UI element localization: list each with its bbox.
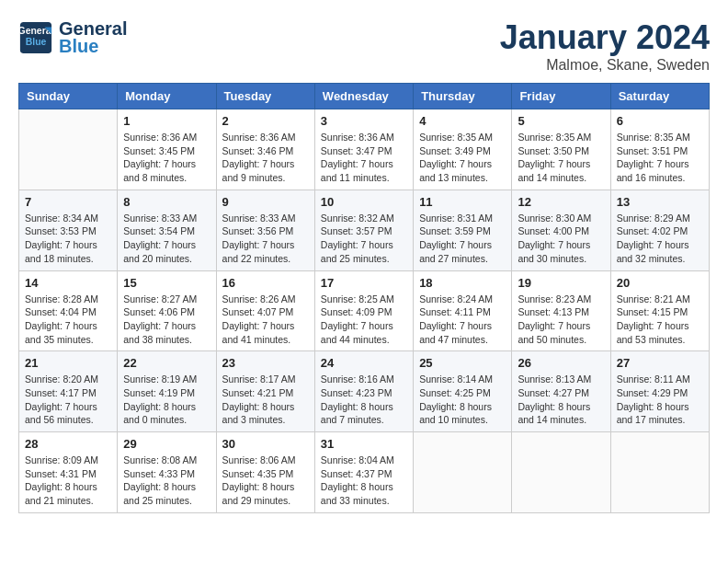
calendar-cell: 17Sunrise: 8:25 AMSunset: 4:09 PMDayligh… xyxy=(314,270,413,351)
day-number: 7 xyxy=(25,195,111,209)
calendar-cell: 3Sunrise: 8:36 AMSunset: 3:47 PMDaylight… xyxy=(314,109,413,190)
day-details: Sunrise: 8:19 AMSunset: 4:19 PMDaylight:… xyxy=(123,373,210,427)
day-details: Sunrise: 8:13 AMSunset: 4:27 PMDaylight:… xyxy=(518,373,604,427)
calendar-cell: 8Sunrise: 8:33 AMSunset: 3:54 PMDaylight… xyxy=(118,190,216,270)
day-details: Sunrise: 8:17 AMSunset: 4:21 PMDaylight:… xyxy=(222,373,309,427)
calendar-cell: 29Sunrise: 8:08 AMSunset: 4:33 PMDayligh… xyxy=(118,432,216,513)
weekday-header: Friday xyxy=(512,84,610,109)
day-number: 24 xyxy=(321,356,407,370)
day-number: 5 xyxy=(518,114,604,128)
day-details: Sunrise: 8:31 AMSunset: 3:59 PMDaylight:… xyxy=(419,212,506,266)
calendar-cell: 7Sunrise: 8:34 AMSunset: 3:53 PMDaylight… xyxy=(19,190,118,270)
logo: General Blue General Blue xyxy=(18,18,127,57)
day-number: 25 xyxy=(419,356,506,370)
calendar-cell: 4Sunrise: 8:35 AMSunset: 3:49 PMDaylight… xyxy=(414,109,512,190)
calendar-cell: 27Sunrise: 8:11 AMSunset: 4:29 PMDayligh… xyxy=(610,351,709,432)
day-details: Sunrise: 8:33 AMSunset: 3:56 PMDaylight:… xyxy=(222,212,309,266)
day-number: 17 xyxy=(321,276,407,290)
calendar-cell: 10Sunrise: 8:32 AMSunset: 3:57 PMDayligh… xyxy=(314,190,413,270)
calendar-week-row: 7Sunrise: 8:34 AMSunset: 3:53 PMDaylight… xyxy=(19,190,710,270)
calendar-cell: 24Sunrise: 8:16 AMSunset: 4:23 PMDayligh… xyxy=(314,351,413,432)
day-details: Sunrise: 8:09 AMSunset: 4:31 PMDaylight:… xyxy=(25,454,111,508)
day-details: Sunrise: 8:32 AMSunset: 3:57 PMDaylight:… xyxy=(321,212,407,266)
calendar-cell: 11Sunrise: 8:31 AMSunset: 3:59 PMDayligh… xyxy=(414,190,512,270)
weekday-header: Saturday xyxy=(610,84,709,109)
day-number: 12 xyxy=(518,195,604,209)
calendar-cell: 12Sunrise: 8:30 AMSunset: 4:00 PMDayligh… xyxy=(512,190,610,270)
weekday-header: Thursday xyxy=(414,84,512,109)
day-number: 4 xyxy=(419,114,506,128)
calendar-cell xyxy=(512,432,610,513)
day-details: Sunrise: 8:35 AMSunset: 3:49 PMDaylight:… xyxy=(419,131,506,185)
calendar-cell: 28Sunrise: 8:09 AMSunset: 4:31 PMDayligh… xyxy=(19,432,118,513)
weekday-header: Wednesday xyxy=(314,84,413,109)
day-details: Sunrise: 8:36 AMSunset: 3:46 PMDaylight:… xyxy=(222,131,309,185)
calendar-cell: 6Sunrise: 8:35 AMSunset: 3:51 PMDaylight… xyxy=(610,109,709,190)
calendar-cell: 30Sunrise: 8:06 AMSunset: 4:35 PMDayligh… xyxy=(216,432,314,513)
calendar-cell: 20Sunrise: 8:21 AMSunset: 4:15 PMDayligh… xyxy=(610,270,709,351)
day-details: Sunrise: 8:26 AMSunset: 4:07 PMDaylight:… xyxy=(222,293,309,347)
day-number: 23 xyxy=(222,356,309,370)
weekday-header: Monday xyxy=(118,84,216,109)
calendar-week-row: 28Sunrise: 8:09 AMSunset: 4:31 PMDayligh… xyxy=(19,432,710,513)
day-details: Sunrise: 8:04 AMSunset: 4:37 PMDaylight:… xyxy=(321,454,407,508)
day-number: 28 xyxy=(25,437,111,451)
calendar-cell: 14Sunrise: 8:28 AMSunset: 4:04 PMDayligh… xyxy=(19,270,118,351)
weekday-header: Tuesday xyxy=(216,84,314,109)
calendar-week-row: 1Sunrise: 8:36 AMSunset: 3:45 PMDaylight… xyxy=(19,109,710,190)
day-number: 21 xyxy=(25,356,111,370)
day-details: Sunrise: 8:16 AMSunset: 4:23 PMDaylight:… xyxy=(321,373,407,427)
day-details: Sunrise: 8:29 AMSunset: 4:02 PMDaylight:… xyxy=(617,212,703,266)
calendar-cell: 25Sunrise: 8:14 AMSunset: 4:25 PMDayligh… xyxy=(414,351,512,432)
calendar-cell: 13Sunrise: 8:29 AMSunset: 4:02 PMDayligh… xyxy=(610,190,709,270)
calendar-cell: 18Sunrise: 8:24 AMSunset: 4:11 PMDayligh… xyxy=(414,270,512,351)
day-details: Sunrise: 8:08 AMSunset: 4:33 PMDaylight:… xyxy=(123,454,210,508)
day-details: Sunrise: 8:28 AMSunset: 4:04 PMDaylight:… xyxy=(25,293,111,347)
day-number: 13 xyxy=(617,195,703,209)
day-details: Sunrise: 8:21 AMSunset: 4:15 PMDaylight:… xyxy=(617,293,703,347)
day-number: 8 xyxy=(123,195,210,209)
weekday-header-row: SundayMondayTuesdayWednesdayThursdayFrid… xyxy=(19,84,710,109)
day-details: Sunrise: 8:06 AMSunset: 4:35 PMDaylight:… xyxy=(222,454,309,508)
logo-icon: General Blue xyxy=(18,20,53,55)
day-details: Sunrise: 8:20 AMSunset: 4:17 PMDaylight:… xyxy=(25,373,111,427)
calendar-cell: 1Sunrise: 8:36 AMSunset: 3:45 PMDaylight… xyxy=(118,109,216,190)
day-number: 14 xyxy=(25,276,111,290)
calendar-cell: 16Sunrise: 8:26 AMSunset: 4:07 PMDayligh… xyxy=(216,270,314,351)
day-number: 22 xyxy=(123,356,210,370)
day-number: 1 xyxy=(123,114,210,128)
calendar-cell: 9Sunrise: 8:33 AMSunset: 3:56 PMDaylight… xyxy=(216,190,314,270)
day-number: 15 xyxy=(123,276,210,290)
month-title: January 2024 xyxy=(500,18,710,57)
day-details: Sunrise: 8:34 AMSunset: 3:53 PMDaylight:… xyxy=(25,212,111,266)
day-number: 20 xyxy=(617,276,703,290)
day-number: 29 xyxy=(123,437,210,451)
day-details: Sunrise: 8:35 AMSunset: 3:50 PMDaylight:… xyxy=(518,131,604,185)
day-number: 10 xyxy=(321,195,407,209)
location-subtitle: Malmoe, Skane, Sweden xyxy=(500,57,710,74)
day-details: Sunrise: 8:36 AMSunset: 3:45 PMDaylight:… xyxy=(123,131,210,185)
calendar-week-row: 14Sunrise: 8:28 AMSunset: 4:04 PMDayligh… xyxy=(19,270,710,351)
day-number: 6 xyxy=(617,114,703,128)
calendar-cell: 26Sunrise: 8:13 AMSunset: 4:27 PMDayligh… xyxy=(512,351,610,432)
calendar-cell: 22Sunrise: 8:19 AMSunset: 4:19 PMDayligh… xyxy=(118,351,216,432)
day-number: 2 xyxy=(222,114,309,128)
calendar-table: SundayMondayTuesdayWednesdayThursdayFrid… xyxy=(18,83,710,513)
day-number: 31 xyxy=(321,437,407,451)
calendar-cell xyxy=(19,109,118,190)
day-number: 26 xyxy=(518,356,604,370)
day-number: 11 xyxy=(419,195,506,209)
weekday-header: Sunday xyxy=(19,84,118,109)
day-details: Sunrise: 8:24 AMSunset: 4:11 PMDaylight:… xyxy=(419,293,506,347)
calendar-week-row: 21Sunrise: 8:20 AMSunset: 4:17 PMDayligh… xyxy=(19,351,710,432)
logo-text: General Blue xyxy=(59,18,127,57)
day-details: Sunrise: 8:27 AMSunset: 4:06 PMDaylight:… xyxy=(123,293,210,347)
day-details: Sunrise: 8:33 AMSunset: 3:54 PMDaylight:… xyxy=(123,212,210,266)
day-number: 3 xyxy=(321,114,407,128)
title-block: January 2024 Malmoe, Skane, Sweden xyxy=(500,18,710,74)
page-header: General Blue General Blue January 2024 M… xyxy=(18,18,710,74)
calendar-cell: 21Sunrise: 8:20 AMSunset: 4:17 PMDayligh… xyxy=(19,351,118,432)
day-details: Sunrise: 8:30 AMSunset: 4:00 PMDaylight:… xyxy=(518,212,604,266)
day-details: Sunrise: 8:14 AMSunset: 4:25 PMDaylight:… xyxy=(419,373,506,427)
day-details: Sunrise: 8:36 AMSunset: 3:47 PMDaylight:… xyxy=(321,131,407,185)
